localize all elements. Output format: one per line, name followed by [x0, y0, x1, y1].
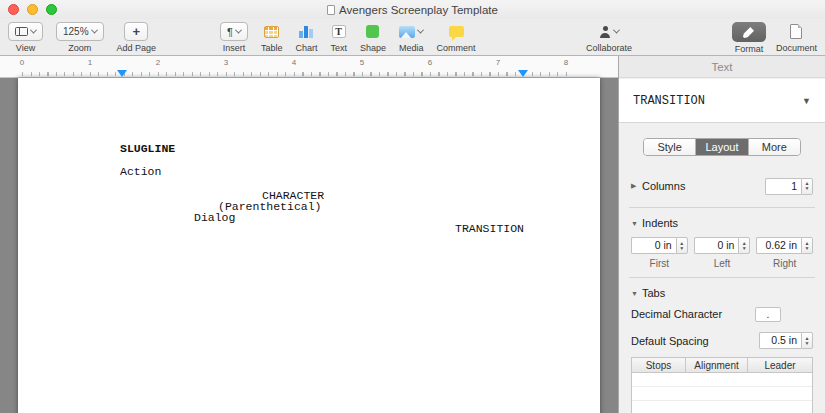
first-indent-input[interactable]: 0 in [631, 237, 676, 254]
left-indent-field-group: 0 in ▲ ▼ [694, 237, 751, 254]
right-label: Right [756, 258, 813, 269]
document-proxy-icon [327, 5, 335, 15]
stepper-down-icon: ▼ [742, 246, 747, 251]
minimize-window-button[interactable] [27, 4, 38, 15]
tab-stops-empty-row[interactable] [632, 373, 812, 387]
horizontal-ruler[interactable]: 0 1 2 3 4 5 6 7 8 [0, 56, 618, 78]
default-spacing-stepper[interactable]: ▲ ▼ [801, 332, 813, 349]
disclosure-open-icon[interactable]: ▼ [631, 220, 642, 227]
table-icon [264, 26, 279, 38]
stops-column-header: Stops [632, 358, 686, 372]
tab-stop-marker[interactable] [117, 70, 127, 77]
divider [629, 207, 815, 208]
table-label: Table [261, 43, 283, 53]
tab-stop-marker[interactable] [518, 70, 528, 77]
default-spacing-input[interactable]: 0.5 in [759, 332, 801, 349]
view-label: View [16, 43, 35, 53]
title-bar: Avengers Screenplay Template [0, 0, 825, 19]
default-spacing-field-group: 0.5 in ▲ ▼ [759, 332, 813, 349]
columns-input[interactable]: 1 [765, 178, 801, 195]
left-indent-input[interactable]: 0 in [694, 237, 739, 254]
chevron-down-icon [235, 27, 242, 34]
table-button[interactable]: Table [261, 22, 283, 53]
view-dropdown[interactable] [8, 22, 43, 41]
person-icon [599, 25, 611, 38]
window-title-area: Avengers Screenplay Template [327, 4, 498, 16]
tab-stops-table: Stops Alignment Leader [631, 357, 813, 413]
toolbar-left-group: View 125% Zoom + Add Page [8, 22, 156, 53]
add-page-button[interactable]: + Add Page [117, 22, 157, 53]
tabs-header-row: ▼ Tabs [631, 286, 813, 300]
ruler-number: 6 [428, 58, 432, 67]
chevron-down-icon [417, 27, 424, 34]
text-box-button[interactable]: T Text [330, 22, 347, 53]
left-indent-stepper[interactable]: ▲ ▼ [738, 237, 750, 254]
dropdown-caret-icon: ▼ [802, 96, 811, 106]
columns-label: Columns [642, 180, 685, 192]
insert-label: Insert [223, 43, 246, 53]
traffic-lights [8, 4, 57, 15]
document-page[interactable]: SLUGLINE Action CHARACTER (Parenthetical… [18, 78, 600, 413]
sidebar-header: Text [619, 56, 825, 78]
tab-layout[interactable]: Layout [695, 139, 747, 155]
media-button[interactable]: Media [399, 22, 424, 53]
view-button[interactable]: View [8, 22, 43, 53]
document-label: Document [776, 43, 817, 53]
zoom-button[interactable]: 125% Zoom [56, 22, 104, 53]
document-button[interactable]: Document [776, 22, 817, 53]
format-sidebar: Text TRANSITION ▼ Style Layout More ▶ Co… [618, 56, 825, 413]
chart-icon [299, 26, 313, 38]
shape-button[interactable]: Shape [360, 22, 386, 53]
chart-button[interactable]: Chart [295, 22, 317, 53]
insert-button[interactable]: ¶ Insert [220, 22, 248, 53]
ruler-number: 3 [224, 58, 228, 67]
stepper-down-icon: ▼ [805, 246, 810, 251]
ruler-number: 5 [360, 58, 364, 67]
comment-label: Comment [437, 43, 476, 53]
shape-icon [366, 25, 379, 38]
first-indent-stepper[interactable]: ▲ ▼ [676, 237, 688, 254]
collaborate-label: Collaborate [586, 43, 632, 53]
text-label: Text [330, 43, 347, 53]
slugline-text[interactable]: SLUGLINE [120, 142, 175, 155]
right-indent-field-group: 0.62 in ▲ ▼ [756, 237, 813, 254]
text-box-icon: T [332, 25, 346, 38]
close-window-button[interactable] [8, 4, 19, 15]
tab-stops-empty-row[interactable] [632, 387, 812, 401]
columns-stepper[interactable]: ▲ ▼ [801, 178, 813, 195]
disclosure-closed-icon[interactable]: ▶ [631, 182, 642, 190]
disclosure-open-icon[interactable]: ▼ [631, 290, 642, 297]
media-label: Media [399, 43, 424, 53]
dialog-text[interactable]: Dialog [194, 211, 235, 224]
format-button[interactable]: Format [732, 22, 766, 54]
action-text[interactable]: Action [120, 165, 161, 178]
view-icon [15, 27, 28, 36]
fullscreen-window-button[interactable] [46, 4, 57, 15]
comment-button[interactable]: Comment [437, 22, 476, 53]
tab-more[interactable]: More [748, 139, 800, 155]
columns-field-group: 1 ▲ ▼ [765, 178, 813, 195]
right-indent-input[interactable]: 0.62 in [756, 237, 801, 254]
tab-style[interactable]: Style [644, 139, 695, 155]
transition-text[interactable]: TRANSITION [455, 222, 524, 235]
media-icon [399, 26, 415, 38]
stepper-down-icon: ▼ [805, 186, 810, 191]
format-button-selected[interactable] [732, 22, 766, 42]
window-title: Avengers Screenplay Template [339, 4, 498, 16]
add-page-btn-face[interactable]: + [124, 22, 148, 41]
document-canvas[interactable]: 0 1 2 3 4 5 6 7 8 SLUGLINE Action CHARAC… [0, 56, 618, 413]
shape-label: Shape [360, 43, 386, 53]
insert-dropdown[interactable]: ¶ [220, 22, 248, 41]
default-spacing-label: Default Spacing [631, 335, 709, 347]
collaborate-button[interactable]: Collaborate [586, 22, 632, 53]
toolbar-collaborate-group: Collaborate [586, 22, 632, 53]
alignment-column-header: Alignment [686, 358, 748, 372]
comment-icon [449, 26, 464, 37]
decimal-character-input[interactable]: . [755, 307, 781, 322]
leader-column-header: Leader [748, 358, 812, 372]
paragraph-style-dropdown[interactable]: TRANSITION ▼ [619, 79, 825, 123]
main-area: 0 1 2 3 4 5 6 7 8 SLUGLINE Action CHARAC… [0, 56, 825, 413]
right-indent-stepper[interactable]: ▲ ▼ [801, 237, 813, 254]
zoom-dropdown[interactable]: 125% [56, 22, 104, 41]
ruler-number: 1 [88, 58, 92, 67]
